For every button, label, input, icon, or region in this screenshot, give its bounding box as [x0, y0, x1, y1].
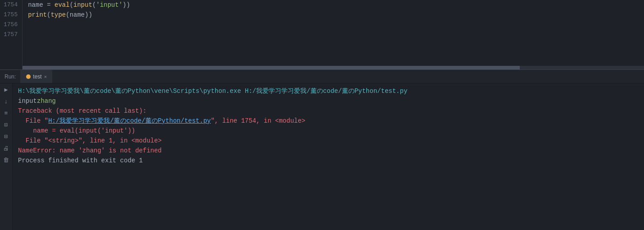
- code-line: [28, 20, 644, 30]
- code-token: eval: [54, 1, 70, 9]
- editor-scrollbar-thumb[interactable]: [23, 66, 520, 69]
- output-text: zhang: [37, 97, 56, 105]
- line-number: 1754: [4, 0, 18, 10]
- run-button[interactable]: ▶: [2, 85, 11, 94]
- code-token: )): [122, 1, 130, 9]
- code-line: [28, 30, 644, 40]
- editor-scrollbar[interactable]: [23, 66, 644, 69]
- output-line: name = eval(input('input')): [18, 126, 639, 136]
- line-number: 1755: [4, 10, 18, 20]
- output-text: File "<string>", line 1, in <module>: [18, 137, 162, 144]
- code-token: print: [28, 11, 47, 18]
- clear-button[interactable]: 🗑: [2, 156, 11, 165]
- editor-section: 1754175517561757 name = eval(input('inpu…: [0, 0, 644, 70]
- output-line: File "H:/我爱学习学习爱我/薰のcode/薰のPython/test.p…: [18, 116, 639, 126]
- output-text: ", line 1754, in <module>: [211, 117, 305, 124]
- scroll-top-button[interactable]: ⊡: [2, 120, 11, 129]
- output-text: name = eval(input('input')): [18, 127, 135, 134]
- print-button[interactable]: 🖨: [2, 144, 11, 153]
- code-token: (: [70, 1, 73, 9]
- run-tab-bar: Run: test ×: [0, 70, 644, 83]
- output-line: Process finished with exit code 1: [18, 156, 639, 166]
- code-token: type: [51, 11, 66, 18]
- output-text: H:/我爱学习学习爱我/薰のcode/薰のPython/test.py: [48, 117, 211, 124]
- output-line: inputzhang: [18, 96, 639, 106]
- output-line: Traceback (most recent call last):: [18, 106, 639, 116]
- code-token: (: [66, 11, 69, 18]
- output-text: Traceback (most recent call last):: [18, 107, 147, 115]
- output-text: H:\我爱学习学习爱我\薰のcode\薰のPython\vene\Scripts…: [18, 87, 407, 95]
- output-text: NameError: name 'zhang' is not defined: [18, 147, 162, 154]
- code-token: name: [70, 11, 85, 18]
- line-numbers: 1754175517561757: [0, 0, 23, 69]
- code-token: (: [47, 11, 50, 18]
- output-text: Process finished with exit code 1: [18, 157, 143, 164]
- code-area[interactable]: name = eval(input('input'))print(type(na…: [23, 0, 644, 69]
- scroll-down-button[interactable]: ↓: [2, 97, 11, 106]
- run-content: ▶↓≡⊡⊟🖨🗑 H:\我爱学习学习爱我\薰のcode\薰のPython\vene…: [0, 83, 644, 230]
- line-number: 1756: [4, 20, 18, 30]
- run-tab-icon: [26, 74, 31, 79]
- run-tab-close[interactable]: ×: [44, 74, 47, 79]
- run-panel: Run: test × ▶↓≡⊡⊟🖨🗑 H:\我爱学习学习爱我\薰のcode\薰…: [0, 70, 644, 230]
- run-toolbar: ▶↓≡⊡⊟🖨🗑: [0, 83, 13, 230]
- output-line: NameError: name 'zhang' is not defined: [18, 146, 639, 156]
- run-label: Run:: [0, 70, 21, 83]
- code-line: print(type(name)): [28, 10, 644, 20]
- run-tab-name: test: [33, 74, 41, 80]
- output-line: H:\我爱学习学习爱我\薰のcode\薰のPython\vene\Scripts…: [18, 86, 639, 96]
- code-token: name: [28, 1, 43, 9]
- output-text: File ": [18, 117, 48, 124]
- code-line: name = eval(input('input')): [28, 0, 644, 10]
- run-tab[interactable]: test ×: [21, 70, 52, 83]
- collapse-button[interactable]: ⊟: [2, 132, 11, 141]
- code-token: input: [73, 1, 92, 9]
- menu-button[interactable]: ≡: [2, 109, 11, 118]
- line-number: 1757: [4, 30, 18, 40]
- output-line: File "<string>", line 1, in <module>: [18, 136, 639, 146]
- output-text: input: [18, 97, 37, 105]
- run-output: H:\我爱学习学习爱我\薰のcode\薰のPython\vene\Scripts…: [13, 83, 644, 230]
- code-token: )): [85, 11, 92, 18]
- code-token: =: [43, 1, 54, 9]
- code-token: 'input': [96, 1, 122, 9]
